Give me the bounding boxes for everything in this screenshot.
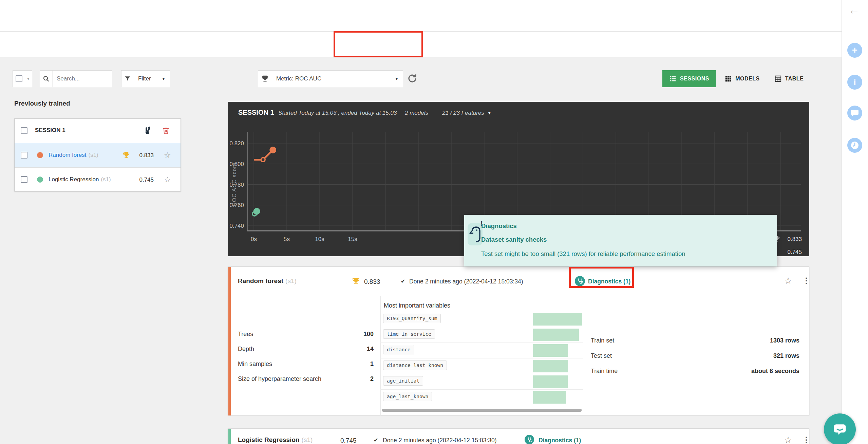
search-input[interactable] bbox=[53, 75, 112, 82]
diagnostics-icon bbox=[525, 435, 534, 444]
info-icon: i bbox=[854, 77, 856, 87]
variable-row: distance bbox=[380, 343, 583, 358]
model-color-dot bbox=[37, 177, 43, 183]
filter-dropdown[interactable]: Filter ▼ bbox=[121, 70, 170, 87]
plus-icon: + bbox=[852, 45, 857, 56]
star-icon[interactable]: ☆ bbox=[164, 151, 171, 159]
model-name: Logistic Regression(s1) bbox=[49, 176, 111, 183]
trophy-icon bbox=[258, 75, 272, 82]
model-stats: Train set1303 rows Test set321 rows Trai… bbox=[591, 333, 799, 379]
diagnostics-tooltip: ! Diagnostics Dataset sanity checks Test… bbox=[464, 215, 777, 266]
diagnostics-icon bbox=[575, 276, 585, 286]
metric-dropdown[interactable]: Metric: ROC AUC ▼ bbox=[258, 70, 403, 87]
previously-trained-heading: Previously trained bbox=[14, 100, 70, 107]
done-check-icon: ✔ bbox=[401, 278, 405, 284]
chat-bubble-icon bbox=[832, 422, 847, 437]
model-score: 0.833 bbox=[364, 278, 380, 285]
svg-text:0.740: 0.740 bbox=[229, 223, 244, 229]
history-button[interactable] bbox=[847, 138, 862, 153]
model-card-random-forest: Random forest(s1) 0.833 ✔ Done 2 minutes… bbox=[228, 266, 809, 415]
select-all-checkbox[interactable] bbox=[16, 75, 22, 82]
back-arrow-icon[interactable]: ← bbox=[848, 3, 860, 17]
session-checkbox[interactable] bbox=[21, 127, 27, 134]
svg-text:ROC AUC score: ROC AUC score bbox=[231, 162, 237, 206]
best-model-trophy-icon bbox=[352, 277, 360, 285]
model-list-item-logistic-regression[interactable]: Logistic Regression(s1) 0.745 ☆ bbox=[15, 168, 181, 192]
star-icon[interactable]: ☆ bbox=[784, 276, 792, 285]
delete-session-icon[interactable] bbox=[162, 127, 170, 136]
variable-importance-list: R193_Quantity_sum time_in_service distan… bbox=[380, 312, 583, 405]
svg-text:10s: 10s bbox=[315, 236, 324, 242]
chevron-down-icon: ▼ bbox=[395, 76, 403, 81]
rerun-session-icon[interactable] bbox=[143, 126, 152, 136]
model-checkbox[interactable] bbox=[21, 176, 27, 183]
model-accent-bar bbox=[228, 429, 231, 444]
diagnostics-link[interactable]: Diagnostics (1) bbox=[539, 437, 581, 444]
models-view-label: MODELS bbox=[735, 76, 759, 82]
dataiku-model-page: Quick modeling of failure_bin on trainin… bbox=[0, 0, 868, 444]
variable-row: R193_Quantity_sum bbox=[380, 312, 583, 327]
right-rail bbox=[842, 0, 868, 444]
diagnostics-subtitle: Dataset sanity checks bbox=[481, 236, 547, 243]
filter-label: Filter bbox=[134, 75, 151, 82]
model-name: Random forest(s1) bbox=[49, 152, 98, 159]
variable-row: distance_last_known bbox=[380, 358, 583, 374]
svg-text:0s: 0s bbox=[251, 236, 257, 242]
variable-row: age_initial bbox=[380, 374, 583, 390]
horizontal-scrollbar[interactable] bbox=[382, 409, 582, 412]
card-header-divider bbox=[231, 296, 810, 296]
model-card-title: Random forest(s1) bbox=[238, 277, 297, 285]
model-card-title: Logistic Regression(s1) bbox=[238, 436, 313, 444]
metric-label: Metric: ROC AUC bbox=[272, 75, 321, 82]
clock-icon bbox=[850, 141, 859, 150]
legend-score: 0.745 bbox=[782, 249, 802, 256]
sub-header bbox=[0, 31, 842, 57]
add-button[interactable]: + bbox=[847, 43, 862, 58]
comments-button[interactable] bbox=[847, 106, 862, 121]
svg-text:0.820: 0.820 bbox=[229, 140, 244, 147]
importance-bar bbox=[533, 360, 568, 372]
model-card-logistic-regression: Logistic Regression(s1) 0.745 ✔ Done 2 m… bbox=[228, 428, 809, 444]
chat-launcher-button[interactable] bbox=[824, 413, 856, 444]
refresh-icon bbox=[407, 73, 417, 84]
model-list-item-random-forest[interactable]: Random forest(s1) 0.833 ☆ bbox=[15, 143, 181, 168]
session-label: SESSION 1 bbox=[35, 127, 65, 134]
variable-row: age_last_known bbox=[380, 390, 583, 405]
top-bar bbox=[0, 0, 842, 32]
importance-bar bbox=[533, 344, 568, 357]
kebab-menu-icon[interactable]: ⋮ bbox=[803, 277, 810, 284]
diagnostics-link[interactable]: Diagnostics (1) bbox=[588, 278, 630, 285]
select-all-control[interactable]: ▾ bbox=[13, 70, 32, 87]
done-check-icon: ✔ bbox=[374, 437, 378, 443]
view-models-button[interactable]: MODELS bbox=[720, 70, 764, 87]
best-model-trophy-icon bbox=[122, 151, 130, 159]
view-table-button[interactable]: TABLE bbox=[770, 70, 808, 87]
importance-bar bbox=[533, 313, 582, 326]
model-score: 0.833 bbox=[134, 152, 154, 159]
refresh-button[interactable] bbox=[407, 73, 417, 85]
star-icon[interactable]: ☆ bbox=[164, 176, 171, 184]
model-score: 0.745 bbox=[134, 177, 154, 183]
chevron-down-icon: ▾ bbox=[27, 77, 29, 81]
model-status: Done 2 minutes ago (2022-04-12 15:03:30) bbox=[383, 437, 497, 444]
model-checkbox[interactable] bbox=[21, 152, 27, 159]
search-box[interactable] bbox=[40, 70, 112, 87]
grid-icon bbox=[724, 75, 732, 82]
session-list-card: SESSION 1 Random forest(s1) 0.833 bbox=[14, 118, 181, 191]
kebab-menu-icon[interactable]: ⋮ bbox=[803, 436, 809, 444]
star-icon[interactable]: ☆ bbox=[784, 436, 792, 444]
table-view-label: TABLE bbox=[785, 76, 804, 82]
session-header-row[interactable]: SESSION 1 bbox=[15, 119, 181, 143]
legend-score: 0.833 bbox=[782, 236, 802, 243]
diagnostics-message: Test set might be too small (321 rows) f… bbox=[481, 250, 685, 258]
variable-row: time_in_service bbox=[380, 327, 583, 343]
diagnostics-title: Diagnostics bbox=[481, 222, 517, 230]
svg-text:5s: 5s bbox=[284, 236, 290, 242]
view-sessions-button[interactable]: SESSIONS bbox=[662, 70, 716, 87]
table-icon bbox=[774, 75, 782, 82]
info-button[interactable]: i bbox=[847, 75, 862, 90]
model-params: Trees100 Depth14 Min samples1 Size of hy… bbox=[238, 327, 374, 386]
model-color-dot bbox=[37, 152, 43, 158]
model-status: Done 2 minutes ago (2022-04-12 15:03:34) bbox=[409, 278, 523, 285]
importance-bar bbox=[533, 329, 579, 341]
